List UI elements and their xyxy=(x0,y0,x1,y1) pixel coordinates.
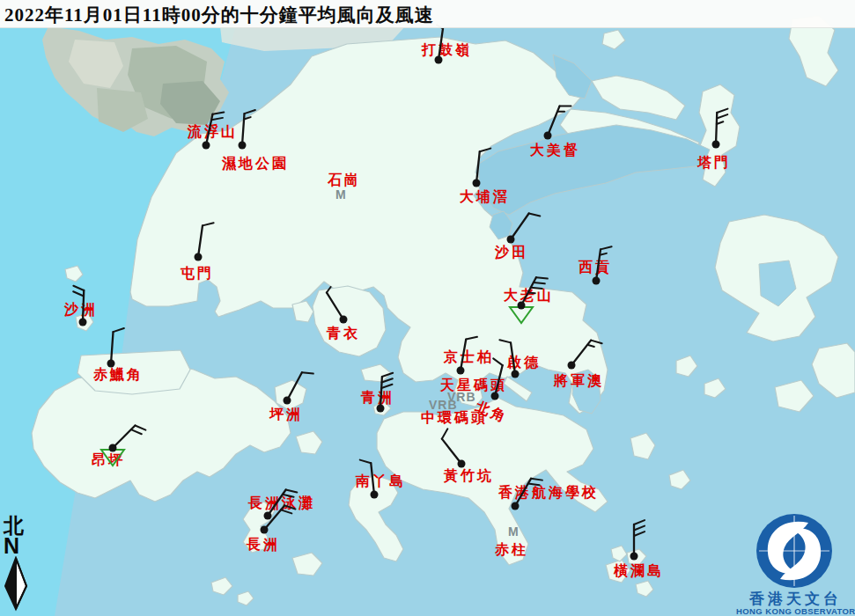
north-compass: 北 N xyxy=(2,516,37,612)
north-letter: N xyxy=(4,536,37,556)
station-label-tates-cairn: 大老山 xyxy=(504,288,554,304)
wind-map: 打鼓嶺流浮山濕地公園石崗M大埔滘大美督塔門沙田西貢大老山屯門沙洲赤鱲角青衣青洲京… xyxy=(0,0,855,616)
station-labels-layer: 打鼓嶺流浮山濕地公園石崗M大埔滘大美督塔門沙田西貢大老山屯門沙洲赤鱲角青衣青洲京… xyxy=(0,0,855,616)
station-label-shek-kong: 石崗 xyxy=(328,172,361,188)
station-marker-stanley: M xyxy=(508,525,520,538)
station-label-tai-mei-tuk: 大美督 xyxy=(530,143,580,158)
station-label-waglan-island: 橫瀾島 xyxy=(614,563,664,579)
station-label-cheung-chau: 長洲 xyxy=(247,537,280,553)
station-label-central-pier: 中環碼頭 xyxy=(421,410,488,426)
station-label-chek-lap-kok: 赤鱲角 xyxy=(93,367,144,383)
station-label-hk-sea-school: 香港航海學校 xyxy=(498,485,599,501)
station-label-sha-chau: 沙洲 xyxy=(64,302,98,318)
title-bar: 2022年11月01日11時00分的十分鐘平均風向及風速 xyxy=(0,0,855,28)
station-label-tseung-kwan-o: 將軍澳 xyxy=(554,373,604,389)
station-label-lau-fau-shan: 流浮山 xyxy=(188,124,238,140)
station-label-tai-po-kau: 大埔滘 xyxy=(460,189,510,205)
station-label-lamma-island: 南丫島 xyxy=(356,473,406,489)
north-arrow-icon xyxy=(2,556,32,612)
hko-logo: 香港天文台 HONG KONG OBSERVATORY xyxy=(736,512,855,616)
station-label-kings-park: 京士柏 xyxy=(444,349,494,365)
hko-logo-english: HONG KONG OBSERVATORY xyxy=(736,606,855,616)
station-label-ngong-ping: 昂坪 xyxy=(92,452,125,468)
station-label-tap-mun: 塔門 xyxy=(697,155,731,171)
station-label-wetland-park: 濕地公園 xyxy=(222,156,289,172)
station-label-green-island: 青洲 xyxy=(361,390,394,406)
map-title: 2022年11月01日11時00分的十分鐘平均風向及風速 xyxy=(0,0,855,27)
station-label-stanley: 赤柱 xyxy=(495,542,528,558)
station-label-peng-chau: 坪洲 xyxy=(269,407,303,422)
station-label-cheung-chau-beach: 長洲泳灘 xyxy=(248,495,315,511)
station-marker-central-pier: VRB xyxy=(429,399,458,411)
station-label-ta-kwu-ling: 打鼓嶺 xyxy=(422,42,472,58)
station-label-tuen-mun: 屯門 xyxy=(181,266,214,282)
station-label-kai-tak: 啟德 xyxy=(507,355,541,370)
station-label-sha-tin: 沙田 xyxy=(495,245,528,260)
station-label-tsing-yi: 青衣 xyxy=(327,326,360,341)
station-label-wong-chuk-hang: 黃竹坑 xyxy=(444,468,494,484)
hko-logo-chinese: 香港天文台 xyxy=(736,591,855,606)
station-marker-shek-kong: M xyxy=(335,188,347,201)
station-label-sai-kung: 西貢 xyxy=(579,260,612,275)
hko-logo-icon xyxy=(736,512,855,590)
